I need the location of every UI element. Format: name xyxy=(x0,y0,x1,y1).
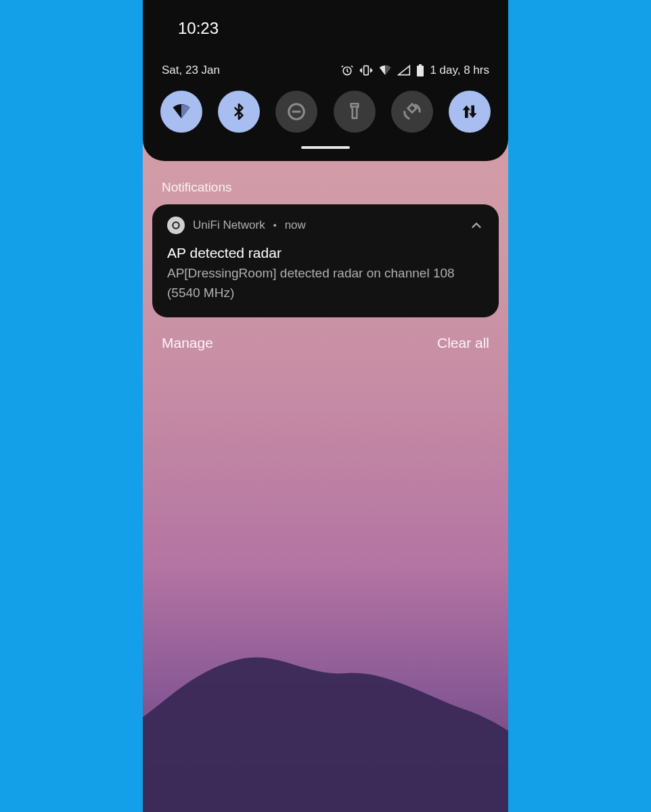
notification-shade-panel[interactable]: 10:23 Sat, 23 Jan xyxy=(143,0,508,161)
phone-screen: 10:23 Sat, 23 Jan xyxy=(143,0,508,812)
circle-icon xyxy=(171,220,181,231)
data-swap-icon xyxy=(460,102,479,121)
separator-dot: • xyxy=(273,220,277,231)
vibrate-icon xyxy=(359,64,373,77)
clock-time: 10:23 xyxy=(159,19,492,38)
wifi-icon xyxy=(171,103,192,120)
tile-bluetooth[interactable] xyxy=(218,91,260,133)
wifi-icon xyxy=(378,64,392,76)
tile-data[interactable] xyxy=(449,91,491,133)
svg-rect-1 xyxy=(364,66,369,74)
notification-body: AP[DressingRoom] detected radar on chann… xyxy=(167,264,484,302)
notification-card[interactable]: UniFi Network • now AP detected radar AP… xyxy=(152,204,499,317)
notifications-label: Notifications xyxy=(162,180,489,195)
manage-button[interactable]: Manage xyxy=(162,335,213,351)
flashlight-icon xyxy=(346,102,363,122)
tile-wifi[interactable] xyxy=(160,91,202,133)
notification-footer: Manage Clear all xyxy=(162,335,489,351)
clear-all-button[interactable]: Clear all xyxy=(437,335,489,351)
quick-tiles xyxy=(159,91,492,133)
autorotate-icon xyxy=(402,102,422,122)
status-date: Sat, 23 Jan xyxy=(162,64,220,77)
app-icon xyxy=(167,217,185,234)
signal-icon xyxy=(397,64,411,76)
battery-text: 1 day, 8 hrs xyxy=(430,64,489,77)
notification-app-name: UniFi Network xyxy=(193,219,265,232)
tile-autorotate[interactable] xyxy=(391,91,433,133)
status-row: Sat, 23 Jan xyxy=(159,64,492,77)
tile-dnd[interactable] xyxy=(275,91,317,133)
notification-time: now xyxy=(285,219,306,232)
tile-flashlight[interactable] xyxy=(334,91,376,133)
svg-point-7 xyxy=(173,222,179,228)
status-icons: 1 day, 8 hrs xyxy=(340,64,489,77)
bluetooth-icon xyxy=(230,102,248,122)
battery-icon xyxy=(416,64,424,77)
svg-rect-3 xyxy=(419,64,422,66)
dnd-icon xyxy=(286,102,307,122)
notification-header: UniFi Network • now xyxy=(167,217,484,234)
svg-rect-2 xyxy=(417,66,424,76)
alarm-icon xyxy=(340,64,354,77)
notification-title: AP detected radar xyxy=(167,245,484,261)
wallpaper-mountain xyxy=(143,595,508,812)
shade-drag-handle[interactable] xyxy=(301,146,350,149)
chevron-up-icon[interactable] xyxy=(469,218,484,233)
